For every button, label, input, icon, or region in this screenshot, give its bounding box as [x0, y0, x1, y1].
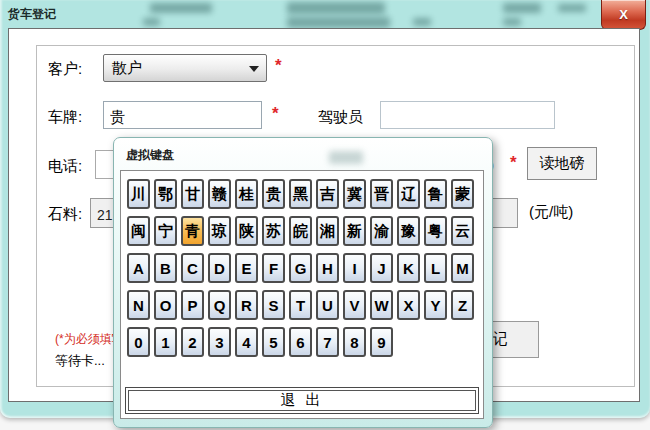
- keyboard-key[interactable]: R: [235, 290, 258, 320]
- background-table-blur: [287, 2, 385, 14]
- keyboard-key[interactable]: T: [289, 290, 312, 320]
- keyboard-key[interactable]: X: [397, 290, 420, 320]
- plate-input[interactable]: [103, 101, 262, 129]
- keyboard-key[interactable]: C: [181, 253, 204, 283]
- customer-label: 客户:: [48, 60, 82, 79]
- keyboard-key[interactable]: 黑: [289, 179, 312, 209]
- keyboard-key[interactable]: 蒙: [451, 179, 474, 209]
- background-table-blur: [413, 18, 431, 26]
- keyboard-exit-button[interactable]: 退 出: [125, 387, 479, 414]
- waiting-card-status: 等待卡...: [55, 352, 105, 370]
- keyboard-key[interactable]: K: [397, 253, 420, 283]
- window-title: 货车登记: [8, 6, 56, 23]
- keyboard-key[interactable]: 闽: [127, 216, 150, 246]
- keyboard-key[interactable]: E: [235, 253, 258, 283]
- keyboard-key[interactable]: 湘: [316, 216, 339, 246]
- keyboard-key[interactable]: 赣: [208, 179, 231, 209]
- keyboard-key[interactable]: 1: [154, 327, 177, 357]
- keyboard-key[interactable]: 桂: [235, 179, 258, 209]
- keyboard-key[interactable]: N: [127, 290, 150, 320]
- plate-label: 车牌:: [48, 108, 82, 127]
- keyboard-key[interactable]: 鲁: [424, 179, 447, 209]
- keyboard-row: 闽宁青琼陕苏皖湘新渝豫粤云: [127, 216, 474, 246]
- virtual-keyboard-body: 川鄂甘赣桂贵黑吉冀晋辽鲁蒙闽宁青琼陕苏皖湘新渝豫粤云ABCDEFGHIJKLMN…: [120, 170, 484, 419]
- virtual-keyboard-dialog: 虚拟键盘 川鄂甘赣桂贵黑吉冀晋辽鲁蒙闽宁青琼陕苏皖湘新渝豫粤云ABCDEFGHI…: [113, 137, 493, 428]
- background-blur: [329, 151, 363, 164]
- keyboard-key[interactable]: J: [370, 253, 393, 283]
- driver-input[interactable]: [380, 101, 555, 129]
- keyboard-key[interactable]: 晋: [370, 179, 393, 209]
- keyboard-key[interactable]: O: [154, 290, 177, 320]
- keyboard-key[interactable]: 辽: [397, 179, 420, 209]
- read-scale-button[interactable]: 读地磅: [527, 147, 597, 180]
- driver-label: 驾驶员: [318, 108, 363, 127]
- keyboard-key[interactable]: M: [451, 253, 474, 283]
- keyboard-key[interactable]: 陕: [235, 216, 258, 246]
- keyboard-key[interactable]: 0: [127, 327, 150, 357]
- keyboard-key[interactable]: 青: [181, 216, 204, 246]
- keyboard-key[interactable]: 2: [181, 327, 204, 357]
- keyboard-key[interactable]: 吉: [316, 179, 339, 209]
- stone-label: 石料:: [48, 205, 82, 224]
- keyboard-key[interactable]: 4: [235, 327, 258, 357]
- keyboard-row: ABCDEFGHIJKLM: [127, 253, 474, 283]
- keyboard-key[interactable]: 豫: [397, 216, 420, 246]
- keyboard-key[interactable]: 苏: [262, 216, 285, 246]
- keyboard-key[interactable]: 5: [262, 327, 285, 357]
- weight-required-marker: *: [510, 153, 517, 173]
- background-table-blur: [150, 3, 212, 13]
- background-table-blur: [143, 18, 160, 26]
- keyboard-key[interactable]: 粤: [424, 216, 447, 246]
- chevron-down-icon: [249, 66, 259, 72]
- keyboard-key[interactable]: A: [127, 253, 150, 283]
- background-table-blur: [503, 3, 541, 13]
- keyboard-key[interactable]: D: [208, 253, 231, 283]
- keyboard-row: NOPQRSTUVWXYZ: [127, 290, 474, 320]
- keyboard-key[interactable]: 琼: [208, 216, 231, 246]
- background-table-blur: [558, 4, 586, 12]
- keyboard-key[interactable]: 云: [451, 216, 474, 246]
- keyboard-key[interactable]: 新: [343, 216, 366, 246]
- keyboard-key[interactable]: 皖: [289, 216, 312, 246]
- keyboard-key[interactable]: 川: [127, 179, 150, 209]
- keyboard-key[interactable]: L: [424, 253, 447, 283]
- keyboard-key[interactable]: U: [316, 290, 339, 320]
- keyboard-key[interactable]: 甘: [181, 179, 204, 209]
- keyboard-key[interactable]: 9: [370, 327, 393, 357]
- keyboard-key[interactable]: Y: [424, 290, 447, 320]
- keyboard-key[interactable]: 冀: [343, 179, 366, 209]
- price-unit-label: (元/吨): [529, 203, 573, 222]
- keyboard-key[interactable]: 8: [343, 327, 366, 357]
- background-table-blur: [503, 18, 521, 26]
- customer-dropdown-value: 散户: [112, 59, 142, 76]
- keyboard-key[interactable]: 贵: [262, 179, 285, 209]
- keyboard-key[interactable]: S: [262, 290, 285, 320]
- background-table-blur: [287, 17, 390, 28]
- keyboard-key[interactable]: P: [181, 290, 204, 320]
- keyboard-row: 0123456789: [127, 327, 474, 357]
- phone-label: 电话:: [48, 157, 82, 176]
- keyboard-key[interactable]: H: [316, 253, 339, 283]
- keyboard-key[interactable]: V: [343, 290, 366, 320]
- keyboard-key[interactable]: Q: [208, 290, 231, 320]
- keyboard-key[interactable]: G: [289, 253, 312, 283]
- customer-required-marker: *: [275, 56, 282, 76]
- close-button[interactable]: X: [601, 0, 646, 30]
- keyboard-key[interactable]: B: [154, 253, 177, 283]
- keyboard-key[interactable]: 渝: [370, 216, 393, 246]
- keyboard-key[interactable]: 3: [208, 327, 231, 357]
- keyboard-key[interactable]: F: [262, 253, 285, 283]
- keyboard-key[interactable]: 6: [289, 327, 312, 357]
- keyboard-key[interactable]: I: [343, 253, 366, 283]
- keyboard-row: 川鄂甘赣桂贵黑吉冀晋辽鲁蒙: [127, 179, 474, 209]
- keyboard-key[interactable]: 7: [316, 327, 339, 357]
- keyboard-key[interactable]: 鄂: [154, 179, 177, 209]
- keyboard-key[interactable]: W: [370, 290, 393, 320]
- virtual-keyboard-title: 虚拟键盘: [126, 147, 174, 164]
- customer-dropdown[interactable]: 散户: [103, 54, 267, 82]
- plate-required-marker: *: [272, 104, 279, 124]
- keyboard-key[interactable]: 宁: [154, 216, 177, 246]
- keyboard-rows: 川鄂甘赣桂贵黑吉冀晋辽鲁蒙闽宁青琼陕苏皖湘新渝豫粤云ABCDEFGHIJKLMN…: [127, 179, 474, 364]
- keyboard-key[interactable]: Z: [451, 290, 474, 320]
